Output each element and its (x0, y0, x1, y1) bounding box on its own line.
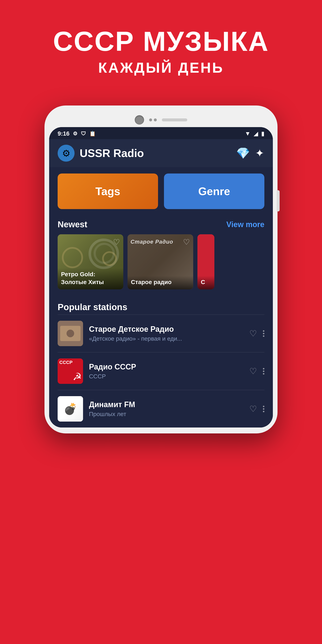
card-label-staroe: Старое радио (128, 276, 193, 290)
newest-cards-row: ♡ Ретро Gold:Золотые Хиты Старое Радио ♡… (58, 234, 264, 290)
phone-mockup: 9:16 ⚙ 🛡 📋 ▼ ◢ ▮ ⚙ USSR Radio (44, 106, 278, 434)
sim-status-icon: 📋 (90, 131, 96, 137)
heart-button-1[interactable]: ♡ (249, 328, 257, 338)
film-reel-2 (102, 251, 117, 266)
settings-status-icon: ⚙ (73, 131, 78, 137)
dot-9 (263, 411, 264, 412)
status-bar: 9:16 ⚙ 🛡 📋 ▼ ◢ ▮ (49, 127, 273, 139)
staroe-deco-text: Старое Радио (130, 238, 173, 245)
sun-icon[interactable]: ✦ (255, 147, 264, 160)
newest-section-header: Newest View more (58, 220, 264, 229)
phone-dot-2 (154, 118, 157, 122)
station-info-ussr: Радио СССР СССР (89, 362, 244, 380)
dot-6 (263, 373, 264, 374)
heart-button-3[interactable]: ♡ (249, 404, 257, 414)
tags-button[interactable]: Tags (58, 174, 158, 209)
card-third[interactable]: С (198, 234, 214, 290)
dot-3 (263, 335, 264, 337)
dot-8 (263, 408, 264, 410)
station-name-2: Радио СССР (89, 362, 244, 371)
dot-7 (263, 406, 264, 407)
popular-section: Popular stations Старое Детское Радио «Д… (49, 298, 273, 428)
phone-speaker (162, 118, 187, 122)
station-item-staroe-detskoe[interactable]: Старое Детское Радио «Детское радио» - п… (49, 315, 273, 352)
bomb-icon: 💣 (64, 402, 77, 416)
thumb-radio-ussr: СССР ☭ (58, 358, 83, 384)
logo-gear-icon: ⚙ (62, 148, 70, 159)
station-actions-1: ♡ (249, 328, 264, 338)
dinamit-inner: 💣 (58, 396, 83, 422)
card-staroe[interactable]: Старое Радио ♡ Старое радио (128, 234, 193, 290)
more-button-1[interactable] (263, 330, 264, 337)
phone-side-button (277, 190, 280, 212)
shield-status-icon: 🛡 (81, 131, 86, 137)
film-reel-1 (62, 247, 83, 268)
battery-icon: ▮ (261, 130, 264, 137)
card-heart-staroe[interactable]: ♡ (183, 238, 190, 246)
app-content: Tags Genre Newest View more (49, 167, 273, 290)
signal-icon: ◢ (254, 130, 258, 137)
status-left: 9:16 ⚙ 🛡 📋 (58, 130, 96, 137)
wifi-icon: ▼ (245, 130, 250, 137)
phone-camera (135, 115, 144, 124)
ussr-text: СССР (59, 360, 72, 365)
status-time: 9:16 (58, 130, 70, 137)
thumb-dinamit: 💣 (58, 396, 83, 422)
dot-1 (263, 330, 264, 332)
station-item-radio-ussr[interactable]: СССР ☭ Радио СССР СССР ♡ (49, 352, 273, 390)
card-label-retro: Ретро Gold:Золотые Хиты (58, 268, 123, 290)
app-logo[interactable]: ⚙ (58, 145, 74, 162)
app-header-left: ⚙ USSR Radio (58, 145, 144, 162)
station-desc-1: «Детское радио» - первая и еди... (89, 335, 244, 342)
card-heart-retro[interactable]: ♡ (113, 238, 120, 246)
thumb-staroe-detskoe (58, 321, 83, 346)
station-name-3: Динамит FM (89, 400, 244, 409)
phone-notch (49, 112, 273, 127)
heart-button-2[interactable]: ♡ (249, 366, 257, 376)
hero-section: СССР МУЗЫКА КАЖДЫЙ ДЕНЬ (0, 0, 322, 93)
thumb-bg-staroe (58, 321, 83, 346)
dot-2 (263, 333, 264, 334)
station-actions-2: ♡ (249, 366, 264, 376)
station-actions-3: ♡ (249, 404, 264, 414)
phone-dots (149, 118, 157, 122)
card-label-third: С (198, 276, 214, 290)
thumb-bg-dinamit: 💣 (58, 396, 83, 422)
phone-dot-1 (149, 118, 152, 122)
view-more-button[interactable]: View more (226, 220, 264, 229)
card-retro-gold[interactable]: ♡ Ретро Gold:Золотые Хиты (58, 234, 123, 290)
app-title: USSR Radio (80, 147, 144, 160)
app-header: ⚙ USSR Radio 💎 ✦ (49, 139, 273, 167)
station-desc-3: Прошлых лет (89, 411, 244, 418)
gem-icon[interactable]: 💎 (236, 147, 250, 160)
app-header-right: 💎 ✦ (236, 147, 264, 160)
station-info-dinamit: Динамит FM Прошлых лет (89, 400, 244, 418)
newest-title: Newest (58, 220, 87, 229)
phone-screen: 9:16 ⚙ 🛡 📋 ▼ ◢ ▮ ⚙ USSR Radio (49, 127, 273, 428)
more-button-2[interactable] (263, 368, 264, 374)
hammer-sickle-icon: ☭ (73, 371, 82, 382)
dot-4 (263, 368, 264, 370)
popular-title: Popular stations (58, 302, 127, 312)
thumb-bg-ussr: СССР ☭ (58, 358, 83, 384)
more-button-3[interactable] (263, 406, 264, 412)
genre-button[interactable]: Genre (164, 174, 264, 209)
dot-5 (263, 370, 264, 372)
station-name-1: Старое Детское Радио (89, 325, 244, 334)
status-right: ▼ ◢ ▮ (245, 130, 264, 137)
popular-header: Popular stations (49, 298, 273, 314)
hero-title: СССР МУЗЫКА (53, 26, 269, 57)
station-info-staroe-detskoe: Старое Детское Радио «Детское радио» - п… (89, 325, 244, 342)
station-item-dinamit[interactable]: 💣 Динамит FM Прошлых лет ♡ (49, 390, 273, 428)
station-desc-2: СССР (89, 373, 244, 380)
category-buttons: Tags Genre (58, 174, 264, 209)
hero-subtitle: КАЖДЫЙ ДЕНЬ (98, 59, 224, 76)
